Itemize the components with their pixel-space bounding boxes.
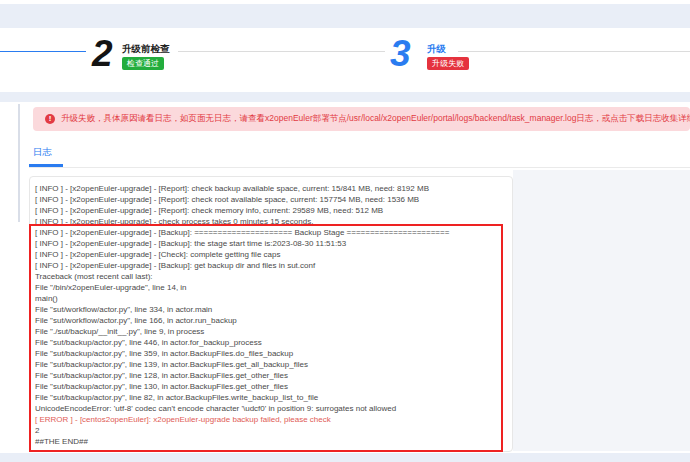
log-line: File "/bin/x2openEuler-upgrade", line 14… [35,282,512,293]
log-line: [ INFO ] - [x2openEuler-upgrade] - [Repo… [35,194,512,205]
tab-log[interactable]: 日志 [33,146,52,159]
footer-band [0,453,690,462]
log-line: [ ERROR ] - [centos2openEuler]: x2openEu… [35,414,512,425]
section-separator [0,92,690,102]
log-line: File "sut/backup/actor.py", line 446, in… [35,337,512,348]
step-connector [458,51,690,52]
step-3-label: 升级 [427,43,446,54]
log-line: File "sut/workflow/actor.py", line 334, … [35,304,512,315]
upgrade-failed-alert: ! 升级失败，具体原因请看日志，如页面无日志，请查看x2openEuler部署节… [33,107,690,131]
log-line: File "sut/backup/actor.py", line 128, in… [35,370,512,381]
log-line: [ INFO ] - [x2openEuler-upgrade] - [Chec… [35,249,512,260]
log-content: [ INFO ] - [x2openEuler-upgrade] - [Repo… [35,183,512,447]
log-line: [ INFO ] - [x2openEuler-upgrade] - check… [35,216,512,227]
log-line: File "sut/backup/actor.py", line 359, in… [35,348,512,359]
content-background [513,170,690,451]
error-icon: ! [45,114,55,124]
page: 2 升级前检查 检查通过 3 升级 升级失败 ! 升级失败，具体原因请看日志，如… [0,0,690,462]
log-line: File "./sut/backup/__init__.py", line 9,… [35,326,512,337]
log-line: [ INFO ] - [x2openEuler-upgrade] - [Back… [35,238,512,249]
log-line: UnicodeEncodeError: 'utf-8' codec can't … [35,403,512,414]
step-2-status-badge: 检查通过 [122,57,164,70]
log-panel: [ INFO ] - [x2openEuler-upgrade] - [Repo… [29,176,513,452]
left-divider [18,104,20,222]
step-2-meta: 升级前检查 检查通过 [122,43,170,70]
log-line: [ INFO ] - [x2openEuler-upgrade] - [Back… [35,227,512,238]
step-connector-active [0,51,86,52]
log-line: File "sut/backup/actor.py", line 139, in… [35,359,512,370]
log-line: File "sut/backup/actor.py", line 82, in … [35,392,512,403]
step-3-number: 3 [390,34,411,74]
log-line: 2 [35,425,512,436]
log-line: Traceback (most recent call last): [35,271,512,282]
step-3-meta: 升级 升级失败 [427,43,469,70]
step-connector [178,51,385,52]
step-2-label: 升级前检查 [122,43,170,54]
log-line: [ INFO ] - [x2openEuler-upgrade] - [Back… [35,260,512,271]
log-line: File "sut/backup/actor.py", line 130, in… [35,381,512,392]
log-line: File "sut/workflow/actor.py", line 166, … [35,315,512,326]
header-band [0,4,690,28]
log-line: main() [35,293,512,304]
tabbar-border [29,167,690,168]
log-line: [ INFO ] - [x2openEuler-upgrade] - [Repo… [35,183,512,194]
alert-message: 升级失败，具体原因请看日志，如页面无日志，请查看x2openEuler部署节点/… [61,113,690,125]
log-line: [ INFO ] - [x2openEuler-upgrade] - [Repo… [35,205,512,216]
step-3-status-badge: 升级失败 [427,57,469,70]
log-line: ##THE END## [35,436,512,447]
step-2-number: 2 [92,34,113,74]
